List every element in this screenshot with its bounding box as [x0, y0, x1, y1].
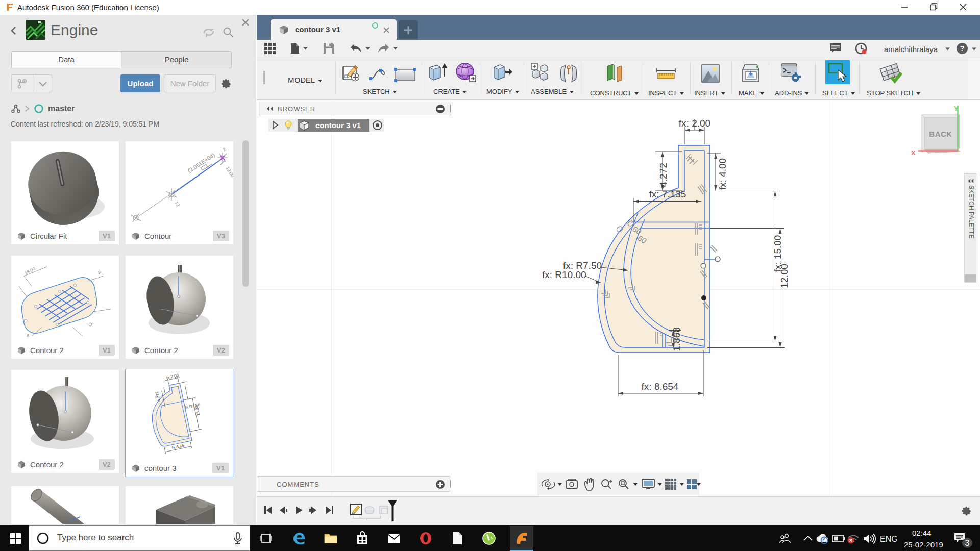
svg-text:fx: 7.135: fx: 7.135 — [649, 189, 687, 199]
svg-text:fx: 4.00: fx: 4.00 — [717, 158, 728, 190]
svg-text:Y: Y — [954, 105, 959, 112]
svg-text:fx: 2.00: fx: 2.00 — [679, 118, 710, 129]
svg-text:4.272: 4.272 — [658, 163, 669, 187]
svg-text:1.868: 1.868 — [671, 327, 682, 352]
svg-text:18.00: 18.00 — [23, 266, 36, 276]
svg-text:3: 3 — [965, 539, 970, 547]
svg-text:BACK: BACK — [929, 130, 952, 138]
svg-text:9: 9 — [98, 270, 101, 275]
svg-text:fx: R10.00: fx: R10.00 — [542, 269, 586, 280]
svg-text:12: 12 — [174, 201, 181, 208]
svg-text:4.272: 4.272 — [155, 391, 161, 402]
svg-text:6: 6 — [27, 333, 29, 338]
svg-text:12.00: 12.00 — [779, 264, 790, 288]
svg-text:2: 2 — [222, 147, 227, 153]
svg-text:(2.051E+04): (2.051E+04) — [187, 152, 216, 173]
svg-text:?: ? — [960, 44, 964, 53]
svg-text:12.00: 12.00 — [225, 166, 233, 178]
svg-text:X: X — [911, 149, 916, 157]
svg-text:fx: 8.654: fx: 8.654 — [642, 381, 679, 392]
svg-text:fx 2.00: fx 2.00 — [166, 373, 179, 380]
